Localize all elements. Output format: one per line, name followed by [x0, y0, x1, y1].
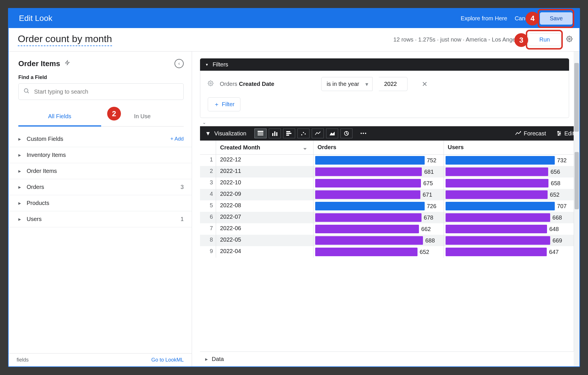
- field-group[interactable]: ▶Users1: [9, 211, 192, 227]
- svg-line-3: [28, 92, 29, 93]
- remove-filter-icon[interactable]: ✕: [422, 80, 428, 88]
- svg-rect-6: [258, 133, 263, 133]
- field-group[interactable]: ▶Orders3: [9, 179, 192, 195]
- go-to-lookml-link[interactable]: Go to LookML: [151, 357, 184, 363]
- filter-value-input[interactable]: [379, 77, 407, 91]
- svg-rect-11: [276, 132, 277, 136]
- forecast-icon: [515, 131, 521, 136]
- caret-right-icon: ▶: [18, 137, 21, 141]
- cell-orders: 675: [313, 177, 444, 189]
- svg-point-15: [301, 134, 302, 135]
- cell-month: 2022-11: [216, 166, 313, 177]
- visualization-header[interactable]: ▼ Visualization: [205, 130, 246, 137]
- content-area: ▼ Filters Orders Created Date is in the …: [192, 52, 579, 366]
- cell-orders: 662: [313, 223, 444, 235]
- viz-table: Created Month ⌄ Orders Users 12022-12752…: [200, 141, 574, 352]
- run-button[interactable]: Run: [528, 33, 561, 46]
- cell-month: 2022-07: [216, 212, 313, 223]
- svg-marker-1: [65, 61, 69, 65]
- field-group[interactable]: ▶Inventory Items: [9, 147, 192, 163]
- viz-area-icon[interactable]: [326, 129, 338, 138]
- th-created-month[interactable]: Created Month ⌄: [216, 141, 313, 154]
- svg-rect-7: [258, 134, 263, 134]
- cell-orders: 726: [313, 200, 444, 212]
- tab-all-fields[interactable]: All Fields: [18, 108, 101, 127]
- viz-column-icon[interactable]: [269, 129, 281, 138]
- settings-gear-icon[interactable]: [566, 36, 573, 44]
- header-title: Edit Look: [19, 14, 461, 23]
- row-index: 6: [200, 212, 216, 223]
- filters-header[interactable]: ▼ Filters: [200, 58, 569, 71]
- row-index: 3: [200, 177, 216, 189]
- viz-table-icon[interactable]: [254, 129, 266, 138]
- row-index: 2: [200, 166, 216, 177]
- viz-scatter-icon[interactable]: [297, 129, 309, 138]
- search-box[interactable]: [18, 83, 184, 100]
- table-scrollbar[interactable]: [574, 141, 579, 352]
- data-section-header[interactable]: ▶ Data: [200, 352, 579, 366]
- annotation-badge-3: 3: [514, 33, 528, 47]
- collapse-sidebar-icon[interactable]: ‹: [175, 59, 184, 68]
- sort-desc-icon: ⌄: [303, 144, 307, 151]
- group-name: Users: [27, 216, 42, 222]
- cell-orders: 688: [313, 235, 444, 246]
- caret-right-icon: ▶: [205, 357, 208, 361]
- cell-month: 2022-06: [216, 223, 313, 235]
- field-tabs: All Fields In Use 2: [18, 108, 184, 127]
- viz-edit-button[interactable]: Edit: [556, 130, 574, 137]
- field-group[interactable]: ▶Order Items: [9, 163, 192, 179]
- table-row: 62022-07678668: [200, 212, 574, 223]
- cell-users: 656: [444, 166, 574, 177]
- cell-month: 2022-10: [216, 177, 313, 189]
- run-button-wrap: Run 3: [528, 33, 561, 46]
- cell-users: 652: [444, 189, 574, 200]
- svg-rect-9: [272, 133, 273, 136]
- viz-bar-icon[interactable]: [283, 129, 295, 138]
- filters-panel: ▼ Filters Orders Created Date is in the …: [200, 58, 569, 118]
- svg-point-17: [305, 133, 306, 135]
- forecast-button[interactable]: Forecast: [515, 130, 546, 137]
- explore-from-here-link[interactable]: Explore from Here: [461, 15, 507, 22]
- svg-rect-24: [558, 131, 558, 133]
- save-button[interactable]: Save: [540, 12, 573, 25]
- viz-pie-icon[interactable]: [340, 129, 352, 138]
- expand-section-icon[interactable]: ⌄: [202, 120, 579, 125]
- filter-operator-dropdown[interactable]: is in the year: [321, 77, 373, 91]
- search-label: Find a Field: [18, 74, 184, 80]
- cell-users: 707: [444, 200, 574, 212]
- add-custom-field-link[interactable]: + Add: [170, 136, 184, 142]
- bolt-icon[interactable]: [65, 60, 70, 68]
- svg-rect-5: [258, 131, 263, 132]
- search-input[interactable]: [34, 88, 179, 95]
- group-count: 3: [181, 184, 184, 190]
- row-index: 5: [200, 200, 216, 212]
- table-row: 72022-06662648: [200, 223, 574, 235]
- cell-orders: 752: [313, 155, 444, 166]
- filter-gear-icon[interactable]: [208, 80, 213, 88]
- visualization-bar: ▼ Visualization ••• Forecast Edi: [200, 126, 579, 141]
- caret-right-icon: ▶: [18, 217, 21, 221]
- th-orders[interactable]: Orders: [313, 141, 444, 154]
- row-index: 9: [200, 246, 216, 258]
- subheader: Order count by month 12 rows · 1.275s · …: [9, 28, 579, 52]
- caret-right-icon: ▶: [18, 185, 21, 189]
- th-users[interactable]: Users: [444, 141, 574, 154]
- svg-point-2: [24, 89, 28, 92]
- viz-line-icon[interactable]: [312, 129, 324, 138]
- filter-label: Orders Created Date: [220, 81, 274, 87]
- field-group[interactable]: ▶Products: [9, 195, 192, 211]
- cell-month: 2022-04: [216, 246, 313, 258]
- cell-orders: 671: [313, 189, 444, 200]
- plus-icon: ＋: [214, 100, 219, 108]
- row-index: 1: [200, 155, 216, 166]
- cell-users: 668: [444, 212, 574, 223]
- viz-more-icon[interactable]: •••: [358, 131, 370, 136]
- look-title-input[interactable]: Order count by month: [18, 33, 112, 46]
- sidebar-title: Order Items: [18, 59, 60, 68]
- group-name: Orders: [27, 184, 44, 190]
- cell-month: 2022-08: [216, 200, 313, 212]
- field-groups: ▶Custom Fields+ Add▶Inventory Items▶Orde…: [9, 131, 192, 353]
- caret-down-icon: ▼: [205, 63, 209, 67]
- field-group[interactable]: ▶Custom Fields+ Add: [9, 131, 192, 147]
- add-filter-button[interactable]: ＋ Filter: [208, 97, 240, 111]
